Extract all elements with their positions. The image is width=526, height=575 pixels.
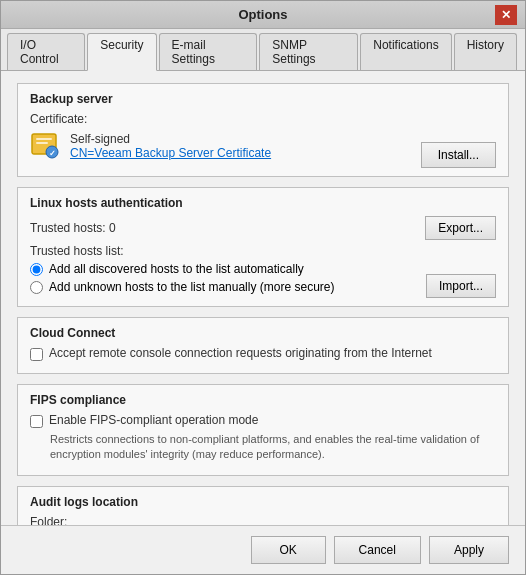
- cloud-connect-label: Accept remote console connection request…: [49, 346, 432, 360]
- close-button[interactable]: ✕: [495, 5, 517, 25]
- certificate-icon: ✓: [30, 130, 62, 162]
- tab-history[interactable]: History: [454, 33, 517, 70]
- cloud-connect-section: Cloud Connect Accept remote console conn…: [17, 317, 509, 374]
- audit-logs-section: Audit logs location Folder: Browse... Co…: [17, 486, 509, 525]
- cert-link[interactable]: CN=Veeam Backup Server Certificate: [70, 146, 271, 160]
- tab-email-settings[interactable]: E-mail Settings: [159, 33, 258, 70]
- radio-manual-option: Add unknown hosts to the list manually (…: [30, 280, 334, 294]
- cloud-connect-checkbox-row: Accept remote console connection request…: [30, 346, 496, 361]
- radio-auto-label: Add all discovered hosts to the list aut…: [49, 262, 304, 276]
- export-button[interactable]: Export...: [425, 216, 496, 240]
- backup-server-title: Backup server: [30, 92, 496, 106]
- cert-details: Self-signed CN=Veeam Backup Server Certi…: [70, 132, 413, 160]
- title-bar: Options ✕: [1, 1, 525, 29]
- radio-manual[interactable]: [30, 281, 43, 294]
- fips-label: Enable FIPS-compliant operation mode: [49, 413, 258, 427]
- cloud-connect-title: Cloud Connect: [30, 326, 496, 340]
- fips-section: FIPS compliance Enable FIPS-compliant op…: [17, 384, 509, 476]
- options-window: Options ✕ I/O Control Security E-mail Se…: [0, 0, 526, 575]
- tab-snmp-settings[interactable]: SNMP Settings: [259, 33, 358, 70]
- install-button[interactable]: Install...: [421, 142, 496, 168]
- tab-bar: I/O Control Security E-mail Settings SNM…: [1, 29, 525, 71]
- fips-checkbox-row: Enable FIPS-compliant operation mode: [30, 413, 496, 428]
- tab-notifications[interactable]: Notifications: [360, 33, 451, 70]
- radio-auto-option: Add all discovered hosts to the list aut…: [30, 262, 334, 276]
- button-bar: OK Cancel Apply: [1, 525, 525, 574]
- cert-label: Certificate:: [30, 112, 496, 126]
- cert-type: Self-signed: [70, 132, 413, 146]
- window-title: Options: [31, 7, 495, 22]
- linux-auth-title: Linux hosts authentication: [30, 196, 496, 210]
- radio-auto[interactable]: [30, 263, 43, 276]
- audit-logs-title: Audit logs location: [30, 495, 496, 509]
- tab-io-control[interactable]: I/O Control: [7, 33, 85, 70]
- content-area: Backup server Certificate: ✓ Self-signed…: [1, 71, 525, 525]
- linux-auth-section: Linux hosts authentication Trusted hosts…: [17, 187, 509, 307]
- svg-rect-1: [36, 138, 52, 140]
- cloud-connect-checkbox[interactable]: [30, 348, 43, 361]
- fips-subtext: Restricts connections to non-compliant p…: [50, 432, 496, 463]
- backup-server-section: Backup server Certificate: ✓ Self-signed…: [17, 83, 509, 177]
- tab-security[interactable]: Security: [87, 33, 156, 71]
- trusted-hosts-count: Trusted hosts: 0: [30, 221, 116, 235]
- svg-text:✓: ✓: [49, 149, 56, 158]
- trusted-hosts-list-label: Trusted hosts list:: [30, 244, 496, 258]
- fips-title: FIPS compliance: [30, 393, 496, 407]
- cancel-button[interactable]: Cancel: [334, 536, 421, 564]
- apply-button[interactable]: Apply: [429, 536, 509, 564]
- folder-label: Folder:: [30, 515, 496, 525]
- import-button[interactable]: Import...: [426, 274, 496, 298]
- svg-rect-2: [36, 142, 48, 144]
- ok-button[interactable]: OK: [251, 536, 326, 564]
- radio-manual-label: Add unknown hosts to the list manually (…: [49, 280, 334, 294]
- fips-checkbox[interactable]: [30, 415, 43, 428]
